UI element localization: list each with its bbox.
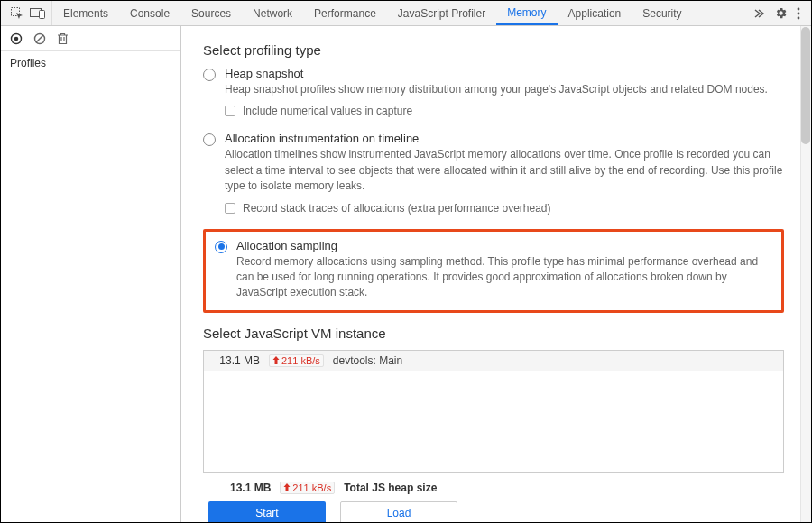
arrow-up-icon: [272, 356, 280, 364]
tab-memory[interactable]: Memory: [496, 1, 557, 25]
sub-check-stack-traces[interactable]: Record stack traces of allocations (extr…: [225, 202, 784, 215]
footer-summary: 13.1 MB 211 kB/s Total JS heap size: [203, 473, 784, 501]
svg-point-4: [798, 12, 800, 14]
record-icon[interactable]: [10, 32, 23, 45]
checkbox-icon[interactable]: [225, 203, 235, 214]
sub-check-numerical-values[interactable]: Include numerical values in capture: [225, 105, 784, 117]
device-toggle-icon[interactable]: [30, 7, 46, 20]
option-allocation-sampling[interactable]: Allocation sampling Record memory alloca…: [215, 239, 772, 301]
main-panel: Select profiling type Heap snapshot Heap…: [181, 26, 811, 522]
option-desc: Record memory allocations using sampling…: [236, 254, 772, 301]
tab-security[interactable]: Security: [632, 1, 692, 25]
tab-sources[interactable]: Sources: [180, 1, 242, 25]
arrow-up-icon: [283, 483, 291, 491]
scrollbar-thumb[interactable]: [801, 27, 810, 144]
start-button[interactable]: Start: [208, 501, 326, 522]
kebab-menu-icon[interactable]: [797, 7, 800, 20]
trend-badge: 211 kB/s: [269, 354, 324, 367]
more-tabs-icon[interactable]: [752, 7, 765, 20]
svg-rect-2: [40, 10, 45, 18]
tab-js-profiler[interactable]: JavaScript Profiler: [387, 1, 496, 25]
footer-size: 13.1 MB: [230, 482, 271, 494]
trend-badge: 211 kB/s: [280, 482, 335, 494]
vm-instance-row[interactable]: 13.1 MB 211 kB/s devtools: Main: [204, 351, 783, 371]
load-button[interactable]: Load: [340, 501, 457, 522]
radio-heap-snapshot[interactable]: [203, 69, 216, 81]
top-left-icons: [5, 1, 52, 25]
option-heap-snapshot[interactable]: Heap snapshot Heap snapshot profiles sho…: [203, 67, 784, 117]
tab-network[interactable]: Network: [242, 1, 303, 25]
highlighted-option-box: Allocation sampling Record memory alloca…: [203, 229, 784, 313]
svg-point-3: [798, 7, 800, 10]
option-desc: Heap snapshot profiles show memory distr…: [225, 82, 784, 97]
trend-rate: 211 kB/s: [281, 355, 320, 366]
scrollbar[interactable]: [800, 26, 811, 522]
topbar-right: [745, 6, 807, 20]
gear-icon[interactable]: [774, 6, 788, 20]
option-allocation-timeline[interactable]: Allocation instrumentation on timeline A…: [203, 132, 784, 214]
checkbox-icon[interactable]: [225, 106, 235, 116]
sidebar-toolbar: [1, 26, 180, 51]
tab-performance[interactable]: Performance: [303, 1, 387, 25]
inspect-icon[interactable]: [10, 6, 24, 21]
option-desc: Allocation timelines show instrumented J…: [225, 147, 784, 194]
tab-elements[interactable]: Elements: [52, 1, 119, 25]
sub-check-label: Include numerical values in capture: [243, 105, 412, 117]
option-title: Heap snapshot: [225, 67, 784, 80]
tab-application[interactable]: Application: [558, 1, 632, 25]
footer-label: Total JS heap size: [344, 482, 437, 494]
option-title: Allocation instrumentation on timeline: [225, 132, 784, 145]
trend-rate: 211 kB/s: [292, 482, 331, 493]
svg-point-5: [798, 16, 800, 19]
vm-instance-list[interactable]: 13.1 MB 211 kB/s devtools: Main: [203, 350, 784, 473]
svg-line-9: [36, 35, 43, 42]
option-title: Allocation sampling: [236, 239, 772, 252]
svg-point-7: [14, 36, 19, 41]
action-buttons: Start Load: [203, 501, 784, 522]
radio-allocation-timeline[interactable]: [203, 133, 216, 146]
trash-icon[interactable]: [57, 32, 69, 45]
vm-name: devtools: Main: [333, 354, 402, 367]
clear-icon[interactable]: [33, 32, 46, 45]
radio-allocation-sampling[interactable]: [215, 241, 227, 253]
tab-console[interactable]: Console: [119, 1, 180, 25]
sidebar: Profiles: [1, 26, 181, 522]
body-split: Profiles Select profiling type Heap snap…: [1, 26, 811, 522]
vm-size: 13.1 MB: [213, 354, 260, 367]
section-title-profiling-type: Select profiling type: [203, 42, 784, 58]
devtools-topbar: Elements Console Sources Network Perform…: [1, 1, 811, 26]
panel-tabs: Elements Console Sources Network Perform…: [52, 1, 745, 25]
sidebar-section-profiles[interactable]: Profiles: [1, 51, 180, 75]
sub-check-label: Record stack traces of allocations (extr…: [243, 202, 551, 215]
section-title-vm-instance: Select JavaScript VM instance: [203, 326, 784, 341]
